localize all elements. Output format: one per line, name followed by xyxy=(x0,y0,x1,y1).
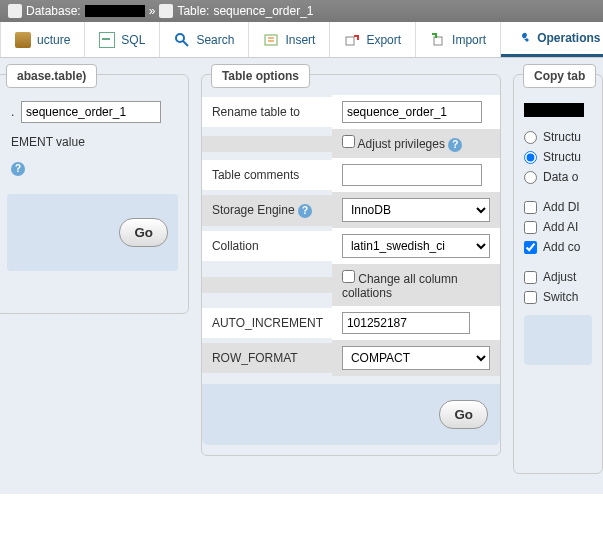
tab-search[interactable]: Search xyxy=(160,22,249,57)
panel-move-legend: abase.table) xyxy=(6,64,97,88)
bc-sep: » xyxy=(149,4,156,18)
collation-select[interactable]: latin1_swedish_ci xyxy=(342,234,490,258)
copy-opt-structure1: Structu xyxy=(524,127,592,147)
svg-line-1 xyxy=(183,41,188,46)
engine-select[interactable]: InnoDB xyxy=(342,198,490,222)
move-dot: . xyxy=(11,105,14,119)
content: abase.table) . EMENT value ? Go Table op… xyxy=(0,58,603,494)
structure-icon xyxy=(15,32,31,48)
copy-switch-checkbox[interactable] xyxy=(524,291,537,304)
help-icon[interactable]: ? xyxy=(448,138,462,152)
copy-radio-structure2[interactable] xyxy=(524,151,537,164)
comments-label: Table comments xyxy=(202,160,332,190)
insert-icon xyxy=(263,32,279,48)
row-rowformat: ROW_FORMAT COMPACT xyxy=(202,340,500,376)
copy-switch: Switch xyxy=(524,287,592,307)
autoinc-input[interactable] xyxy=(342,312,470,334)
copy-opt-data: Data o xyxy=(524,167,592,187)
tab-import-label: Import xyxy=(452,33,486,47)
copy-add-al-checkbox[interactable] xyxy=(524,221,537,234)
tabs: ucture SQL Search Insert Export Import O… xyxy=(0,22,603,58)
move-footer: Go xyxy=(7,194,178,271)
help-icon[interactable]: ? xyxy=(11,162,25,176)
tab-insert-label: Insert xyxy=(285,33,315,47)
tab-structure[interactable]: ucture xyxy=(0,22,85,57)
svg-rect-2 xyxy=(265,35,277,45)
copy-adjust-checkbox[interactable] xyxy=(524,271,537,284)
copy-add-al-label: Add AI xyxy=(543,220,578,234)
move-help-row: ? xyxy=(7,155,178,182)
rename-label: Rename table to xyxy=(202,97,332,127)
move-ement-label: EMENT value xyxy=(11,135,85,149)
table-icon xyxy=(159,4,173,18)
copy-structure2-label: Structu xyxy=(543,150,581,164)
db-icon xyxy=(8,4,22,18)
search-icon xyxy=(174,32,190,48)
row-autoinc: AUTO_INCREMENT xyxy=(202,306,500,340)
svg-rect-5 xyxy=(346,37,354,45)
tab-operations[interactable]: Operations xyxy=(501,22,603,57)
help-icon[interactable]: ? xyxy=(298,204,312,218)
panel-copy-legend: Copy tab xyxy=(523,64,596,88)
change-coll-label: Change all column collations xyxy=(342,272,458,300)
change-coll-checkbox[interactable] xyxy=(342,270,355,283)
tab-search-label: Search xyxy=(196,33,234,47)
export-icon xyxy=(344,32,360,48)
move-ement-row: EMENT value xyxy=(7,129,178,155)
copy-add-dl: Add DI xyxy=(524,197,592,217)
adjust-priv-label: Adjust privileges xyxy=(358,137,445,151)
copy-db-redacted xyxy=(524,103,584,117)
copy-add-al: Add AI xyxy=(524,217,592,237)
bc-table-label: Table: xyxy=(177,4,209,18)
copy-footer xyxy=(524,315,592,365)
tab-sql[interactable]: SQL xyxy=(85,22,160,57)
move-db-row: . xyxy=(7,95,178,129)
tab-sql-label: SQL xyxy=(121,33,145,47)
copy-add-co: Add co xyxy=(524,237,592,257)
svg-rect-6 xyxy=(434,37,442,45)
svg-point-0 xyxy=(176,34,184,42)
row-engine: Storage Engine ? InnoDB xyxy=(202,192,500,228)
copy-add-co-checkbox[interactable] xyxy=(524,241,537,254)
adjust-priv-checkbox[interactable] xyxy=(342,135,355,148)
copy-add-dl-checkbox[interactable] xyxy=(524,201,537,214)
table-options-go-button[interactable]: Go xyxy=(439,400,488,429)
panel-table-options-legend: Table options xyxy=(211,64,310,88)
copy-adjust: Adjust xyxy=(524,267,592,287)
bc-db-name-redacted xyxy=(85,5,145,17)
row-adjust-priv: Adjust privileges ? xyxy=(202,129,500,158)
panel-copy: Copy tab Structu Structu Data o Add DI xyxy=(513,74,603,474)
copy-structure1-label: Structu xyxy=(543,130,581,144)
copy-radio-data[interactable] xyxy=(524,171,537,184)
row-collation: Collation latin1_swedish_ci xyxy=(202,228,500,264)
panel-move: abase.table) . EMENT value ? Go xyxy=(0,74,189,314)
tab-operations-label: Operations xyxy=(537,31,600,45)
move-table-input[interactable] xyxy=(21,101,161,123)
tab-export-label: Export xyxy=(366,33,401,47)
row-rename: Rename table to xyxy=(202,95,500,129)
collation-label: Collation xyxy=(202,231,332,261)
tab-insert[interactable]: Insert xyxy=(249,22,330,57)
tab-export[interactable]: Export xyxy=(330,22,416,57)
tab-import[interactable]: Import xyxy=(416,22,501,57)
panel-table-options: Table options Rename table to Adjust pri… xyxy=(201,74,501,456)
comments-input[interactable] xyxy=(342,164,482,186)
copy-radio-structure1[interactable] xyxy=(524,131,537,144)
move-go-button[interactable]: Go xyxy=(119,218,168,247)
copy-switch-label: Switch xyxy=(543,290,578,304)
rename-input[interactable] xyxy=(342,101,482,123)
tab-structure-label: ucture xyxy=(37,33,70,47)
wrench-icon xyxy=(515,30,531,46)
rowformat-label: ROW_FORMAT xyxy=(202,343,332,373)
copy-data-label: Data o xyxy=(543,170,578,184)
table-options-footer: Go xyxy=(202,384,500,445)
bc-table-name[interactable]: sequence_order_1 xyxy=(213,4,313,18)
copy-add-dl-label: Add DI xyxy=(543,200,580,214)
copy-opt-structure2: Structu xyxy=(524,147,592,167)
autoinc-label: AUTO_INCREMENT xyxy=(202,308,332,338)
rowformat-select[interactable]: COMPACT xyxy=(342,346,490,370)
row-change-coll: Change all column collations xyxy=(202,264,500,306)
sql-icon xyxy=(99,32,115,48)
copy-adjust-label: Adjust xyxy=(543,270,576,284)
breadcrumb: Database: » Table: sequence_order_1 xyxy=(0,0,603,22)
